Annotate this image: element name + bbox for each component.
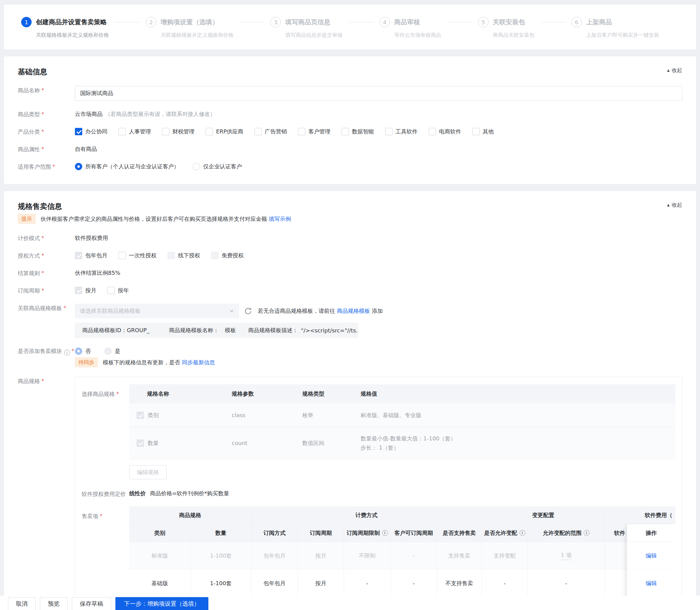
category-checkbox-office[interactable]: 办公协同 bbox=[75, 128, 107, 135]
spec-sale-title: 规格售卖信息 bbox=[18, 202, 62, 211]
price-formula: 商品价格=软件刊例价*购买数量 bbox=[150, 490, 229, 497]
category-checkbox-data[interactable]: 数据智能 bbox=[342, 128, 374, 135]
checkbox-icon bbox=[298, 128, 305, 135]
sale-row-cell: 基础版 bbox=[129, 569, 190, 597]
auth-checkbox-subscription[interactable]: 包年包月 bbox=[75, 252, 107, 259]
spec-row-cell: 枚举 bbox=[295, 403, 353, 427]
next-step-button[interactable]: 下一步：增购项设置（选填） bbox=[115, 597, 208, 610]
spec-template-link[interactable]: 商品规格模板 bbox=[337, 308, 370, 314]
step-3: 3 填写商品页信息 填写商品信息并提交审核 bbox=[270, 17, 342, 39]
scope-radio-all-customers[interactable]: 所有客户（个人认证与企业认证客户） bbox=[75, 163, 179, 170]
auth-checkbox-offline[interactable]: 线下授权 bbox=[168, 252, 200, 259]
checkbox-icon bbox=[206, 128, 213, 135]
step-2: 2 增购项设置（选填） 关联规格模板并定义规格和价格 bbox=[146, 17, 234, 39]
settle-rule-label: 结算规则 bbox=[18, 269, 75, 277]
radio-selected-disabled-icon bbox=[75, 348, 82, 355]
step-5-desc: 将商品关联安装包 bbox=[493, 32, 534, 39]
category-checkbox-finance[interactable]: 财税管理 bbox=[162, 128, 195, 135]
col-class: 类别 bbox=[129, 524, 190, 542]
spec-col-param: 规格参数 bbox=[224, 384, 295, 403]
sale-row-cell: - bbox=[528, 569, 605, 597]
spec-collapse-toggle[interactable]: ▲ 收起 bbox=[667, 202, 682, 209]
step-connector bbox=[349, 22, 373, 22]
col-count: 数量 bbox=[190, 524, 251, 542]
spec-row-cell: 数量 bbox=[129, 427, 224, 459]
sale-items-label: 售卖项 bbox=[82, 506, 129, 610]
checkbox-disabled-checked-icon bbox=[75, 252, 82, 259]
product-name-input[interactable] bbox=[75, 86, 682, 101]
checkbox-icon bbox=[254, 128, 262, 135]
sale-row-cell: - bbox=[391, 542, 437, 569]
info-icon[interactable]: i bbox=[382, 530, 388, 536]
template-info-bar: 商品规格模板ID：GROUP_ 商品规格模板名称：模板 商品规格模板描述："/>… bbox=[75, 323, 358, 338]
template-name-label: 商品规格模板名称： bbox=[169, 327, 219, 334]
step-1-number: 1 bbox=[21, 17, 32, 27]
sale-row-cell: - bbox=[344, 569, 391, 597]
edit-row-link[interactable]: 编辑 bbox=[646, 552, 657, 559]
col-change-range: 允许变配的范围i bbox=[528, 524, 605, 542]
spec-template-select[interactable]: 请选择关联商品规格模板 bbox=[75, 304, 239, 318]
step-4-desc: 等待云市场审核商品 bbox=[394, 32, 441, 39]
sale-row-cell: 包年包月 bbox=[251, 569, 298, 597]
step-1-title: 创建商品并设置售卖策略 bbox=[36, 17, 109, 27]
category-checkbox-crm[interactable]: 客户管理 bbox=[298, 128, 330, 135]
category-checkbox-ads[interactable]: 广告营销 bbox=[254, 128, 287, 135]
checkbox-disabled-checked-icon[interactable] bbox=[137, 439, 144, 447]
step-6-number: 6 bbox=[572, 17, 582, 27]
fill-example-link[interactable]: 填写示例 bbox=[269, 215, 291, 222]
sync-text: 模板下的规格信息有更新，是否 同步最新信息 bbox=[103, 359, 215, 366]
info-icon[interactable]: i bbox=[584, 530, 590, 536]
group-product-spec: 商品规格 bbox=[129, 506, 251, 524]
price-mode: 线性价 bbox=[129, 490, 146, 497]
edit-spec-button[interactable]: 编辑规格 bbox=[129, 465, 167, 479]
category-checkbox-erp[interactable]: ERP供应商 bbox=[206, 128, 243, 135]
step-1: 1 创建商品并设置售卖策略 关联规格模板并定义规格和价格 bbox=[21, 17, 109, 39]
save-draft-button[interactable]: 保存草稿 bbox=[72, 597, 111, 610]
col-action: 操作 bbox=[627, 524, 675, 542]
customer-scope-label: 适用客户范围 bbox=[18, 162, 75, 171]
auth-checkbox-one-time[interactable]: 一次性授权 bbox=[119, 252, 156, 259]
checkbox-icon bbox=[472, 128, 480, 135]
step-connector bbox=[240, 22, 264, 22]
edit-row-link[interactable]: 编辑 bbox=[646, 580, 657, 587]
category-checkbox-ecommerce[interactable]: 电商软件 bbox=[429, 128, 461, 135]
cycle-checkbox-yearly[interactable]: 按年 bbox=[107, 287, 129, 294]
spec-row-cell: 数量最小值-数量最大值：1-100（套） 步长： 1（套） bbox=[353, 427, 675, 459]
step-6-title: 上架商品 bbox=[586, 17, 659, 27]
basic-collapse-toggle[interactable]: ▲ 收起 bbox=[667, 67, 682, 74]
info-icon[interactable]: i bbox=[519, 530, 525, 536]
template-hint: 若无合适商品规格模板，请前往 商品规格模板 添加 bbox=[258, 307, 383, 315]
scope-radio-enterprise-only[interactable]: 仅企业认证客户 bbox=[193, 163, 242, 170]
product-attr-value: 自有商品 bbox=[75, 145, 97, 153]
spec-table: 规格名称 规格参数 规格类型 规格值 类别 class 枚举 标准版、基础版、专… bbox=[129, 384, 675, 459]
preview-button[interactable]: 预览 bbox=[40, 597, 67, 610]
category-checkbox-hr[interactable]: 人事管理 bbox=[119, 128, 151, 135]
step-6-desc: 上架后客户即可购买并一键安装 bbox=[586, 32, 659, 39]
sale-row-cell: 标准版 bbox=[129, 542, 190, 569]
sale-row-cell: - bbox=[391, 569, 437, 597]
category-checkbox-other[interactable]: 其他 bbox=[472, 128, 494, 135]
sync-latest-link[interactable]: 同步最新信息 bbox=[182, 359, 215, 366]
pricing-mode-label: 计价模式 bbox=[18, 234, 75, 242]
sale-items-table: 商品规格 计费方式 变更配置 软件费用（ 类别 数量 订阅方式 订阅周期 订阅周… bbox=[129, 506, 675, 610]
cancel-button[interactable]: 取消 bbox=[8, 597, 36, 610]
module-radio-yes[interactable]: 是 bbox=[104, 348, 120, 355]
cycle-checkbox-monthly[interactable]: 按月 bbox=[75, 287, 96, 294]
product-name-label: 商品名称 bbox=[18, 86, 75, 101]
step-2-number: 2 bbox=[146, 17, 156, 27]
settle-rule-value: 伙伴结算比例85% bbox=[75, 269, 120, 277]
change-range-popover[interactable]: 1 项 bbox=[561, 551, 572, 560]
refresh-icon[interactable] bbox=[244, 307, 252, 315]
auth-checkbox-free[interactable]: 免费授权 bbox=[211, 252, 244, 259]
product-type-label: 商品类型 bbox=[18, 110, 75, 118]
basic-info-title: 基础信息 bbox=[18, 67, 47, 77]
auth-method-label: 授权方式 bbox=[18, 251, 75, 259]
category-checkbox-tools[interactable]: 工具软件 bbox=[385, 128, 418, 135]
tip-text: 伙伴根据客户需求定义的商品属性与价格，设置好后客户可在购买页选择规格并支付对应金… bbox=[41, 215, 291, 223]
spec-col-type: 规格类型 bbox=[295, 384, 353, 403]
subscribe-cycle-label: 订阅周期 bbox=[18, 286, 75, 294]
checkbox-disabled-checked-icon[interactable] bbox=[137, 412, 144, 419]
product-type-value: 云市场商品 bbox=[75, 110, 103, 118]
info-icon[interactable]: i bbox=[64, 350, 70, 355]
module-radio-no[interactable]: 否 bbox=[75, 348, 91, 355]
